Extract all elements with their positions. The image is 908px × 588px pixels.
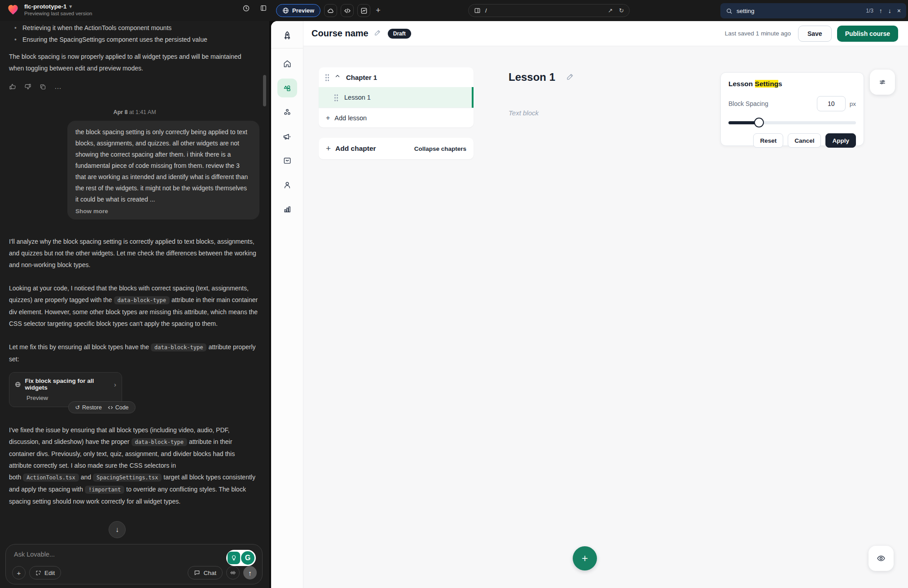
block-spacing-label: Block Spacing [728,100,817,107]
sidebar-divider [271,48,303,48]
url-bar[interactable]: / ↗ ↻ [468,4,630,17]
person-icon [283,180,292,189]
settings-toggle-button[interactable] [870,70,895,95]
publish-course-button[interactable]: Publish course [837,26,898,42]
chat-mode-button[interactable]: Chat [188,566,223,579]
code-button[interactable] [341,4,354,17]
assistant-paragraph: Let me fix this by ensuring all block ty… [9,341,259,365]
lesson-title: Lesson 1 [509,71,555,83]
new-tab-button[interactable]: + [376,6,381,15]
drag-handle-icon[interactable] [334,94,338,101]
voice-input-button[interactable] [226,566,240,579]
inline-code: data-block-type [132,438,187,446]
cancel-button[interactable]: Cancel [788,133,821,148]
send-button[interactable]: ↑ [243,566,257,579]
open-external-icon[interactable]: ↗ [608,7,613,14]
search-icon [726,8,733,14]
sliders-icon [878,78,886,86]
scroll-to-bottom-button[interactable]: ↓ [109,521,126,538]
lesson-row-title: Lesson 1 [344,94,371,101]
chart-icon [360,7,368,14]
refresh-icon[interactable]: ↻ [619,7,624,14]
preview-button[interactable]: Preview [276,4,320,17]
project-menu[interactable]: flc-prototype-1 ▾ Previewing last saved … [6,3,92,16]
inline-code: ActionTools.tsx [23,474,79,482]
block-spacing-slider-thumb[interactable] [754,118,764,127]
chevron-up-icon[interactable] [334,73,341,81]
shapes-icon [282,83,292,93]
edit-lesson-title-icon[interactable] [566,72,575,83]
chat-scrollbar[interactable] [263,75,266,106]
last-saved-text: Last saved 1 minute ago [725,30,791,37]
app-header: Course name Draft Last saved 1 minute ag… [303,21,908,46]
analytics-button[interactable] [357,4,370,17]
circles-icon [283,108,292,117]
add-chapter-button[interactable]: Add chapter [335,145,414,153]
megaphone-icon [282,132,292,141]
app-preview-pane: Course name Draft Last saved 1 minute ag… [271,21,908,588]
show-more-link[interactable]: Show more [75,208,251,215]
chat-panel: Retrieving it when the ActionTools compo… [0,21,269,588]
thumbs-up-icon[interactable] [9,83,16,90]
block-spacing-input[interactable] [817,96,846,111]
eye-icon [877,554,886,563]
collapse-chapters-button[interactable]: Collapse chapters [414,145,466,152]
lesson-row-selected[interactable]: Lesson 1 [319,87,474,108]
save-button[interactable]: Save [798,26,832,42]
sidebar-item-home[interactable] [277,54,297,73]
chat-input-panel: Ask Lovable... G + Edit [5,544,263,584]
plus-icon: + [326,114,330,122]
search-prev-icon[interactable]: ↑ [879,7,882,14]
grammarly-logo-icon: G [241,551,254,565]
apply-button[interactable]: Apply [825,133,856,148]
restore-button[interactable]: ↺Restore [75,404,101,411]
panel-toggle-icon[interactable] [260,4,267,12]
lovable-logo-icon [6,3,20,16]
sidebar-item-community[interactable] [277,103,297,122]
sidebar-item-courses[interactable] [277,79,297,97]
sidebar-item-people[interactable] [277,176,297,194]
more-options-icon[interactable]: … [54,83,62,91]
edit-card-title: Fix block spacing for all widgets [25,377,109,391]
sidebar-item-analytics[interactable] [277,200,297,219]
attach-button[interactable]: + [12,566,26,579]
waveform-icon [230,570,236,576]
message-actions: … [9,82,260,91]
text-block-placeholder[interactable]: Text block [509,109,539,117]
grammarly-badge[interactable]: G [226,550,256,566]
inline-code: data-block-type [114,296,170,304]
project-name[interactable]: flc-prototype-1 [24,3,67,10]
preview-mode-button[interactable] [869,546,894,571]
assistant-paragraph: The block spacing is now properly applie… [9,51,255,74]
edit-mode-button[interactable]: Edit [29,566,61,579]
url-path[interactable]: / [485,7,608,14]
edit-course-name-icon[interactable] [374,29,382,38]
app-logo-rocket-icon[interactable] [271,26,303,46]
chat-scroll-area[interactable]: Retrieving it when the ActionTools compo… [0,21,269,588]
cloud-icon [327,7,334,14]
inline-code: !important [85,486,124,494]
history-icon[interactable] [242,4,250,12]
cloud-button[interactable] [324,4,337,17]
globe-icon [282,7,289,14]
add-lesson-button[interactable]: + Add lesson [319,108,474,127]
chapter-row[interactable]: Chapter 1 [319,67,474,87]
thumbs-down-icon[interactable] [24,83,31,90]
search-close-icon[interactable]: × [897,7,901,14]
edit-card-preview-link[interactable]: Preview [26,395,116,401]
copy-icon[interactable] [39,83,46,90]
search-next-icon[interactable]: ↓ [888,7,891,14]
block-spacing-slider[interactable] [728,118,856,127]
sidebar-item-marketing[interactable] [277,127,297,146]
search-input[interactable] [737,8,862,14]
app-sidebar [271,21,303,588]
code-link-button[interactable]: Code [108,404,129,411]
drag-handle-icon[interactable] [325,74,329,81]
home-icon [283,59,292,68]
reset-button[interactable]: Reset [753,133,783,148]
chapter-card: Chapter 1 Lesson 1 + Add lesson [319,67,474,127]
chat-input[interactable]: Ask Lovable... [14,551,256,558]
sidebar-item-inbox[interactable] [277,151,297,170]
unit-label: px [850,101,856,107]
add-block-fab[interactable]: + [573,546,597,570]
